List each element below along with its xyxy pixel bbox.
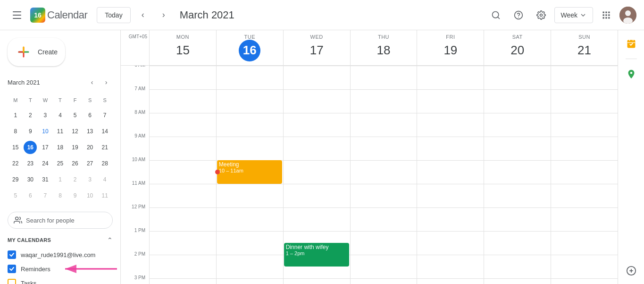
day-col[interactable]: [484, 278, 551, 284]
day-col[interactable]: [149, 113, 216, 137]
mini-cal-day[interactable]: 10: [83, 188, 97, 203]
day-col[interactable]: [350, 184, 417, 207]
mini-cal-day[interactable]: 8: [8, 124, 23, 139]
day-col[interactable]: [216, 231, 283, 255]
day-col[interactable]: [149, 184, 216, 207]
day-col[interactable]: [149, 89, 216, 113]
day-col[interactable]: [216, 66, 283, 89]
mini-cal-day[interactable]: 10: [38, 124, 52, 139]
day-col[interactable]: [551, 255, 618, 278]
cal-item-reminders[interactable]: Reminders: [4, 262, 117, 276]
day-col[interactable]: [551, 89, 618, 113]
help-button[interactable]: [509, 6, 528, 25]
mini-cal-day[interactable]: 3: [83, 172, 97, 187]
day-col[interactable]: [350, 278, 417, 284]
mini-cal-day[interactable]: 16: [24, 140, 38, 155]
day-col[interactable]: [149, 207, 216, 231]
mini-cal-day[interactable]: 2: [24, 108, 38, 123]
day-col[interactable]: [350, 160, 417, 184]
day-col[interactable]: [484, 113, 551, 137]
day-col[interactable]: [283, 113, 350, 137]
mini-next-button[interactable]: ›: [100, 76, 113, 89]
mini-cal-day[interactable]: 12: [68, 124, 82, 139]
day-col[interactable]: [484, 231, 551, 255]
mini-cal-day[interactable]: 7: [98, 108, 112, 123]
mini-cal-day[interactable]: 8: [53, 188, 67, 203]
mini-cal-day[interactable]: 4: [98, 172, 112, 187]
day-col[interactable]: [417, 113, 484, 137]
day-col[interactable]: [484, 160, 551, 184]
day-col[interactable]: [350, 207, 417, 231]
mini-cal-day[interactable]: 28: [98, 156, 112, 171]
day-col[interactable]: [551, 137, 618, 160]
day-col[interactable]: [484, 207, 551, 231]
mini-cal-day[interactable]: 1: [53, 172, 67, 187]
menu-button[interactable]: [8, 6, 26, 25]
mini-cal-day[interactable]: 1: [8, 108, 23, 123]
day-col[interactable]: [283, 137, 350, 160]
app-logo[interactable]: 16 Calendar: [30, 8, 87, 23]
mini-cal-day[interactable]: 23: [24, 156, 38, 171]
day-col[interactable]: [216, 278, 283, 284]
day-col[interactable]: [551, 207, 618, 231]
mini-cal-day[interactable]: 13: [83, 124, 97, 139]
day-col[interactable]: [551, 66, 618, 89]
day-col[interactable]: [417, 66, 484, 89]
mini-cal-day[interactable]: 18: [53, 140, 67, 155]
mini-cal-day[interactable]: 11: [53, 124, 67, 139]
day-col[interactable]: [283, 278, 350, 284]
mini-cal-day[interactable]: 26: [68, 156, 82, 171]
day-col[interactable]: [551, 160, 618, 184]
day-col[interactable]: [149, 66, 216, 89]
day-col[interactable]: [350, 113, 417, 137]
today-button[interactable]: Today: [97, 7, 130, 23]
day-col[interactable]: [417, 278, 484, 284]
mini-cal-day[interactable]: 24: [38, 156, 52, 171]
day-col[interactable]: [283, 66, 350, 89]
mini-cal-day[interactable]: 7: [38, 188, 52, 203]
settings-button[interactable]: [532, 6, 551, 25]
day-col[interactable]: [484, 137, 551, 160]
day-col[interactable]: [417, 231, 484, 255]
day-col[interactable]: [417, 184, 484, 207]
mini-cal-day[interactable]: 6: [24, 188, 38, 203]
day-col[interactable]: [350, 137, 417, 160]
mini-cal-day[interactable]: 21: [98, 140, 112, 155]
cal-item-waqar[interactable]: waqar_rude1991@live.com: [4, 248, 117, 262]
mini-cal-day[interactable]: 5: [8, 188, 23, 203]
day-col[interactable]: [350, 66, 417, 89]
day-col[interactable]: [484, 89, 551, 113]
day-col[interactable]: [350, 231, 417, 255]
mini-cal-day[interactable]: 20: [83, 140, 97, 155]
mini-cal-day[interactable]: 2: [68, 172, 82, 187]
day-col[interactable]: [484, 255, 551, 278]
mini-cal-day[interactable]: 25: [53, 156, 67, 171]
day-col[interactable]: [283, 89, 350, 113]
mini-cal-day[interactable]: 17: [38, 140, 52, 155]
day-col[interactable]: [484, 184, 551, 207]
day-col[interactable]: [149, 160, 216, 184]
day-col[interactable]: [551, 231, 618, 255]
mini-cal-day[interactable]: 14: [98, 124, 112, 139]
event-block[interactable]: Dinner with wifey1 – 2pm: [284, 243, 349, 267]
day-col[interactable]: [551, 278, 618, 284]
search-button[interactable]: [486, 6, 505, 25]
mini-cal-day[interactable]: 29: [8, 172, 23, 187]
mini-cal-day[interactable]: 27: [83, 156, 97, 171]
day-col[interactable]: [551, 113, 618, 137]
my-calendars-header[interactable]: My calendars ⌃: [4, 232, 117, 248]
day-col[interactable]: [283, 160, 350, 184]
day-col[interactable]: [417, 207, 484, 231]
day-col[interactable]: [216, 255, 283, 278]
apps-button[interactable]: [597, 6, 616, 25]
day-col[interactable]: [149, 231, 216, 255]
mini-cal-day[interactable]: 19: [68, 140, 82, 155]
add-event-floating-button[interactable]: [622, 261, 641, 280]
next-button[interactable]: ›: [155, 7, 172, 24]
prev-button[interactable]: ‹: [134, 7, 151, 24]
mini-cal-day[interactable]: 31: [38, 172, 52, 187]
mini-cal-day[interactable]: 6: [83, 108, 97, 123]
day-col[interactable]: [216, 89, 283, 113]
mini-cal-day[interactable]: 4: [53, 108, 67, 123]
day-col[interactable]: [283, 207, 350, 231]
